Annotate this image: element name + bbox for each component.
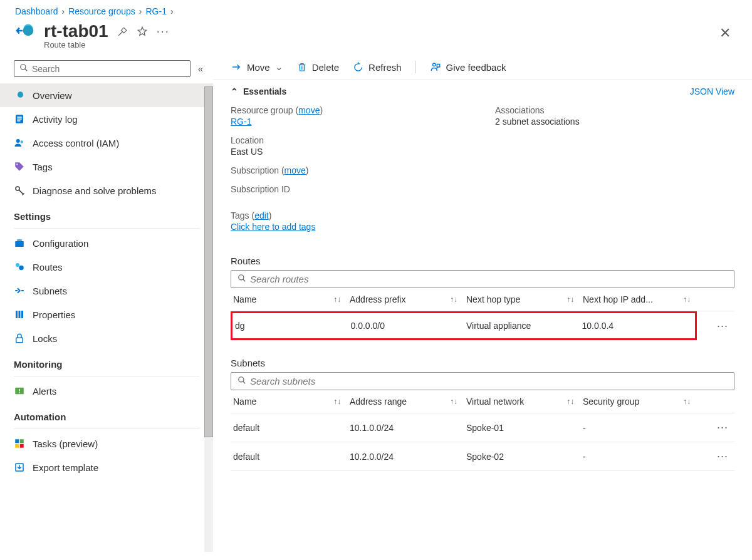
subnet-range: 10.2.0.0/24 [347, 444, 464, 469]
routes-search-input[interactable] [250, 274, 728, 284]
sidebar-item-label: Configuration [33, 238, 88, 249]
chevron-right-icon: › [139, 6, 142, 16]
chevron-up-icon: ⌃ [231, 86, 238, 96]
sidebar-item-tags[interactable]: Tags [0, 155, 213, 179]
pin-icon[interactable] [117, 26, 128, 37]
subscription-move-link[interactable]: move [285, 165, 306, 175]
export-template-icon [14, 462, 25, 473]
svg-point-9 [16, 139, 20, 143]
delete-button[interactable]: Delete [297, 62, 339, 73]
sidebar-search[interactable] [14, 60, 191, 77]
sidebar-item-properties[interactable]: Properties [0, 303, 213, 326]
associations-label: Associations [495, 105, 734, 115]
tags-edit-link[interactable]: edit [254, 210, 269, 220]
col-header-vnet[interactable]: Virtual network↑↓ [464, 390, 580, 413]
chevron-right-icon: › [170, 6, 174, 16]
col-header-hop-type[interactable]: Next hop type↑↓ [464, 288, 580, 311]
locks-icon [14, 333, 25, 344]
sidebar-item-label: Tasks (preview) [33, 438, 98, 449]
content-pane: Move ⌄ Delete Refresh Give feedback ⌃ Es… [213, 54, 752, 552]
sidebar-item-label: Subnets [33, 286, 67, 296]
row-more-icon[interactable]: ··· [697, 413, 734, 442]
table-row[interactable]: default 10.2.0.0/24 Spoke-02 - ··· [231, 442, 734, 471]
tags-icon [14, 161, 25, 172]
tags-add-link[interactable]: Click here to add tags [231, 222, 315, 232]
chevron-down-icon: ⌄ [275, 61, 283, 73]
refresh-button[interactable]: Refresh [353, 62, 402, 73]
sidebar-item-configuration[interactable]: Configuration [0, 231, 213, 255]
sort-icon: ↑↓ [567, 295, 574, 304]
sidebar-item-alerts[interactable]: Alerts [0, 379, 213, 403]
row-more-icon[interactable]: ··· [697, 312, 734, 340]
sidebar-item-access-control[interactable]: Access control (IAM) [0, 131, 213, 155]
sidebar-section-automation: Automation [0, 403, 213, 426]
col-header-name[interactable]: Name↑↓ [231, 288, 347, 311]
resource-group-link[interactable]: RG-1 [231, 117, 251, 127]
associations-value: 2 subnet associations [495, 117, 734, 127]
svg-rect-19 [21, 311, 23, 318]
subnet-name: default [231, 415, 347, 440]
subnets-search-input[interactable] [250, 376, 728, 386]
chevron-right-icon: › [62, 6, 65, 16]
diagnose-icon [14, 185, 25, 196]
sidebar-item-tasks[interactable]: Tasks (preview) [0, 432, 213, 455]
col-header-name[interactable]: Name↑↓ [231, 390, 347, 413]
subnet-range: 10.1.0.0/24 [347, 415, 464, 440]
sidebar: « Overview Activity log Access control (… [0, 54, 213, 552]
divider [14, 228, 199, 229]
sidebar-item-locks[interactable]: Locks [0, 326, 213, 350]
sort-icon: ↑↓ [683, 397, 691, 406]
svg-rect-26 [15, 444, 19, 448]
breadcrumb-dashboard[interactable]: Dashboard [15, 6, 58, 16]
svg-point-4 [18, 92, 23, 98]
subnets-grid-head: Name↑↓ Address range↑↓ Virtual network↑↓… [231, 390, 734, 413]
breadcrumb-rg-1[interactable]: RG-1 [145, 6, 166, 16]
route-hop-ip: 10.0.0.4 [580, 313, 696, 338]
feedback-button[interactable]: Give feedback [430, 61, 506, 73]
page-title: rt-tab01 [44, 21, 108, 41]
route-prefix: 0.0.0.0/0 [348, 313, 464, 338]
svg-rect-20 [16, 338, 23, 343]
svg-point-31 [239, 377, 244, 382]
col-header-sg[interactable]: Security group↑↓ [580, 390, 697, 413]
sort-icon: ↑↓ [450, 397, 457, 406]
close-icon[interactable]: ✕ [713, 21, 737, 45]
sidebar-scrollbar[interactable] [204, 86, 213, 552]
sidebar-item-subnets[interactable]: Subnets [0, 279, 213, 303]
sidebar-item-export-template[interactable]: Export template [0, 455, 213, 479]
svg-point-30 [239, 275, 244, 280]
svg-point-11 [16, 163, 18, 165]
sidebar-item-overview[interactable]: Overview [0, 83, 213, 107]
star-icon[interactable] [137, 26, 148, 37]
sidebar-item-diagnose[interactable]: Diagnose and solve problems [0, 179, 213, 202]
resource-group-move-link[interactable]: move [298, 105, 320, 115]
subnets-search[interactable] [231, 372, 734, 390]
col-header-prefix[interactable]: Address prefix↑↓ [347, 288, 464, 311]
routes-grid: Name↑↓ Address prefix↑↓ Next hop type↑↓ … [231, 288, 734, 340]
breadcrumb-resource-groups[interactable]: Resource groups [68, 6, 135, 16]
svg-rect-8 [17, 120, 20, 122]
sidebar-item-label: Overview [33, 90, 72, 101]
sidebar-search-input[interactable] [32, 64, 185, 74]
svg-point-10 [21, 140, 24, 143]
json-view-link[interactable]: JSON View [690, 86, 734, 96]
table-row[interactable]: default 10.1.0.0/24 Spoke-01 - ··· [231, 413, 734, 442]
routes-grid-head: Name↑↓ Address prefix↑↓ Next hop type↑↓ … [231, 288, 734, 311]
svg-rect-23 [19, 392, 20, 393]
more-icon[interactable]: ··· [157, 25, 170, 38]
subnet-vnet: Spoke-02 [464, 444, 580, 469]
col-header-range[interactable]: Address range↑↓ [347, 390, 464, 413]
collapse-sidebar-icon[interactable]: « [196, 61, 206, 76]
svg-point-2 [21, 65, 26, 70]
sidebar-item-activity-log[interactable]: Activity log [0, 107, 213, 131]
row-more-icon[interactable]: ··· [697, 442, 734, 470]
col-header-hop-ip[interactable]: Next hop IP add...↑↓ [580, 288, 697, 311]
sidebar-item-routes[interactable]: Routes [0, 255, 213, 279]
routes-section-title: Routes [213, 249, 752, 270]
table-row[interactable]: dg 0.0.0.0/0 Virtual appliance 10.0.0.4 … [231, 311, 734, 340]
svg-rect-24 [15, 439, 19, 443]
routes-search[interactable] [231, 270, 734, 288]
subnet-sg: - [580, 444, 697, 469]
move-button[interactable]: Move ⌄ [231, 61, 283, 73]
essentials-toggle[interactable]: ⌃ Essentials JSON View [213, 80, 752, 103]
